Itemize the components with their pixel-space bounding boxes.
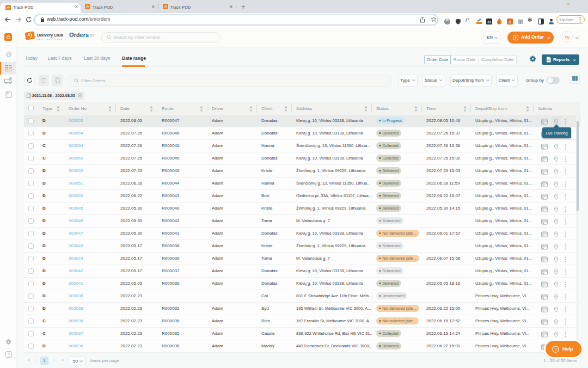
svg-text:a: a: [509, 19, 511, 24]
svg-text:M: M: [487, 20, 491, 24]
svg-text:?: ?: [554, 347, 557, 352]
svg-text:?: ?: [8, 352, 10, 357]
